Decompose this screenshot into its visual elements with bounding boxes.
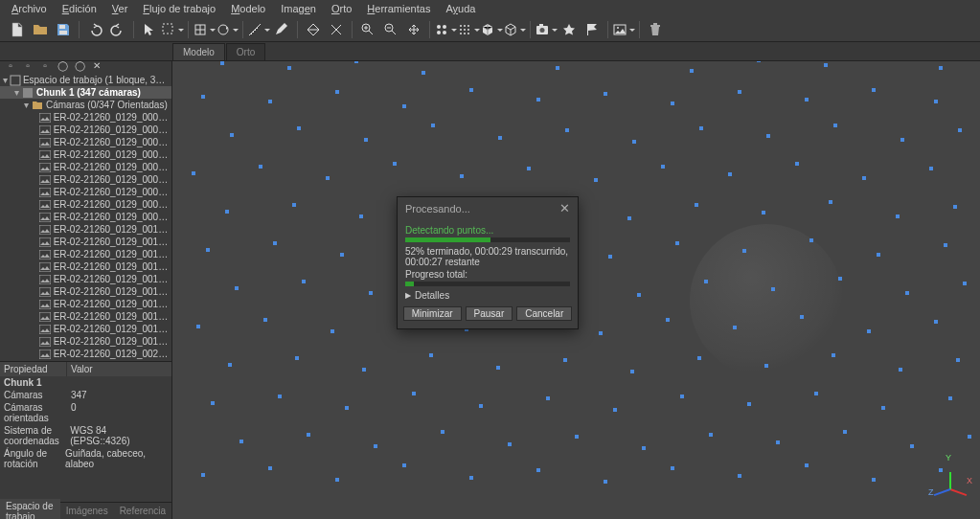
camera-point (295, 356, 299, 360)
flag-button[interactable] (581, 19, 604, 40)
save-button[interactable] (52, 19, 75, 40)
camera-point (508, 442, 512, 446)
camera-point (335, 90, 339, 94)
tree-row[interactable]: ER-02-21260_0129_0008, NA (0, 198, 171, 211)
tree-row[interactable]: ER-02-21260_0129_0002, NA (0, 124, 171, 136)
tab-model[interactable]: Modelo (172, 43, 225, 60)
camera-point (604, 92, 607, 96)
camera-point (742, 249, 746, 253)
tree-row[interactable]: ER-02-21260_0129_0018, NA (0, 323, 171, 335)
tree-row[interactable]: ER-02-21260_0129_0012, NA (0, 248, 171, 260)
svg-point-12 (464, 25, 466, 27)
dialog-minimizar-button[interactable]: Minimizar (403, 306, 462, 321)
tree-row[interactable]: ER-02-21260_0129_0010, NA (0, 223, 171, 236)
tree-row[interactable]: ER-02-21260_0129_0006, NA (0, 173, 171, 186)
toolbar-separator (352, 21, 353, 38)
tree-row[interactable]: ER-02-21260_0129_0011, NA (0, 236, 171, 248)
zoom-in-button[interactable] (356, 19, 379, 40)
svg-rect-39 (39, 262, 51, 272)
menu-edición[interactable]: Edición (55, 1, 104, 16)
tree-row[interactable]: ▾Espacio de trabajo (1 bloque, 347 cámar… (0, 74, 171, 86)
undo-button[interactable] (83, 19, 106, 40)
tree-row[interactable]: ER-02-21260_0129_0019, NA (0, 335, 171, 348)
tree-row[interactable]: ER-02-21260_0129_0013, NA (0, 260, 171, 273)
progress-bar-total (405, 282, 570, 286)
progress-bar-step (405, 237, 570, 242)
dialog-total-label: Progreso total: (405, 269, 570, 280)
tree-row[interactable]: ER-02-21260_0129_0009, NA (0, 211, 171, 223)
new-file-button[interactable] (6, 19, 29, 40)
view-mode-1[interactable] (434, 19, 457, 40)
camera-point (666, 318, 670, 322)
tree-row[interactable]: ER-02-21260_0129_0004, NA (0, 148, 171, 161)
tab-ortho[interactable]: Orto (226, 43, 265, 60)
redo-button[interactable] (106, 19, 129, 40)
menu-flujo de trabajo[interactable]: Flujo de trabajo (135, 1, 223, 16)
svg-rect-36 (39, 225, 51, 235)
svg-rect-0 (59, 25, 65, 29)
image-button[interactable] (612, 19, 635, 40)
dialog-cancelar-button[interactable]: Cancelar (516, 306, 572, 321)
open-folder-button[interactable] (29, 19, 52, 40)
tree-row[interactable]: ER-02-21260_0129_0001, NA (0, 111, 171, 124)
bottom-tab[interactable]: Referencia (114, 504, 171, 518)
rect-select-tool[interactable] (161, 19, 184, 40)
bottom-tab[interactable]: Imágenes (60, 504, 114, 518)
tree-row[interactable]: ER-02-21260_0129_0007, NA (0, 186, 171, 198)
view-mode-3[interactable] (480, 19, 503, 40)
camera-point (814, 392, 818, 395)
tree-row[interactable]: ER-02-21260_0129_0016, NA (0, 298, 171, 310)
props-header-prop: Propiedad (0, 362, 67, 376)
workspace-tree[interactable]: ▾Espacio de trabajo (1 bloque, 347 cámar… (0, 74, 171, 361)
menu-herramientas[interactable]: Herramientas (359, 1, 438, 16)
rotate-tool[interactable] (216, 19, 239, 40)
tree-row[interactable]: ▾Chunk 1 (347 cámaras) (0, 86, 171, 99)
menu-imagen[interactable]: Imagen (273, 1, 324, 16)
tree-row[interactable]: ER-02-21260_0129_0014, NA (0, 273, 171, 285)
ruler-tool[interactable] (247, 19, 270, 40)
pointer-tool[interactable] (138, 19, 161, 40)
menu-modelo[interactable]: Modelo (223, 1, 273, 16)
camera-point (345, 406, 349, 410)
svg-point-13 (467, 25, 469, 27)
tree-row[interactable]: ER-02-21260_0129_0020, NA (0, 348, 171, 360)
svg-point-19 (467, 33, 469, 34)
camera-point (661, 165, 665, 169)
capture-button[interactable] (535, 19, 558, 40)
menu-orto[interactable]: Orto (324, 1, 359, 16)
camera-point (201, 95, 205, 99)
camera-point (728, 172, 732, 176)
crop-tool[interactable] (302, 19, 325, 40)
view-mode-2[interactable] (457, 19, 480, 40)
tree-row[interactable]: ER-02-21260_0129_0003, NA (0, 136, 171, 148)
svg-point-8 (443, 25, 446, 29)
svg-rect-42 (39, 300, 51, 309)
toolbar-separator (297, 21, 298, 38)
camera-point (469, 88, 473, 92)
menu-archivo[interactable]: Archivo (4, 1, 55, 16)
dialog-details-toggle[interactable]: ▶ Detalles (405, 290, 570, 301)
reference-button[interactable] (558, 19, 581, 40)
delete-button[interactable] (644, 19, 667, 40)
dialog-close-icon[interactable]: ✕ (559, 201, 570, 215)
bottom-tab[interactable]: Espacio de trabajo (0, 499, 60, 520)
camera-point (905, 291, 909, 295)
move-region-tool[interactable] (193, 19, 216, 40)
tree-row[interactable]: ER-02-21260_0129_0005, NA (0, 161, 171, 173)
menu-ver[interactable]: Ver (104, 1, 136, 16)
tree-row[interactable]: ER-02-21260_0129_0015, NA (0, 285, 171, 298)
camera-point (956, 358, 960, 362)
zoom-out-button[interactable] (379, 19, 402, 40)
zoom-fit-button[interactable] (402, 19, 425, 40)
svg-point-16 (467, 29, 469, 31)
camera-point (268, 466, 272, 470)
tree-row[interactable]: ER-02-21260_0129_0017, NA (0, 310, 171, 323)
cut-tool[interactable] (325, 19, 348, 40)
tree-row[interactable]: ▾Cámaras (0/347 Orientadas) (0, 99, 171, 111)
menu-ayuda[interactable]: Ayuda (438, 1, 483, 16)
camera-point (527, 167, 531, 170)
edit-tool[interactable] (270, 19, 293, 40)
view-mode-4[interactable] (503, 19, 526, 40)
dialog-pausar-button[interactable]: Pausar (466, 306, 513, 321)
camera-point (948, 396, 952, 400)
